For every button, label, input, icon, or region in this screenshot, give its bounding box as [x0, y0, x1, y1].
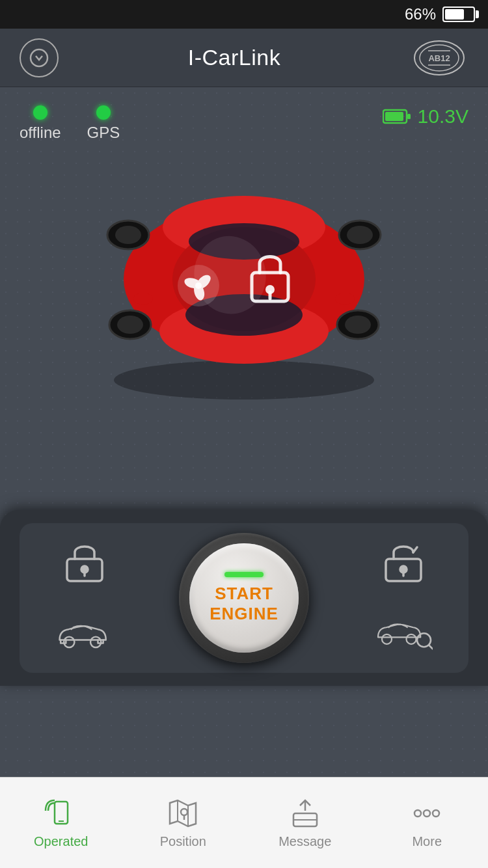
- three-dots-icon: [410, 796, 444, 830]
- svg-point-23: [347, 226, 373, 244]
- svg-point-25: [335, 293, 355, 305]
- start-engine-label: STARTENGINE: [210, 584, 278, 624]
- control-panel: STARTENGINE: [0, 510, 488, 686]
- gps-label: GPS: [87, 124, 120, 142]
- tab-position-label: Position: [160, 834, 206, 849]
- battery-voltage-icon: [383, 108, 411, 125]
- svg-point-28: [195, 282, 202, 289]
- status-row: offline GPS 10.3V: [0, 87, 488, 142]
- main-content: offline GPS 10.3V: [0, 87, 488, 777]
- find-car-icon: [374, 613, 433, 658]
- battery-icon: [442, 7, 475, 22]
- map-pin-icon: [166, 796, 200, 830]
- car-close-icon: [55, 613, 114, 658]
- voltage-display: 10.3V: [383, 105, 468, 128]
- svg-point-19: [345, 316, 371, 334]
- offline-label: offline: [20, 124, 61, 142]
- position-icon: [166, 796, 200, 830]
- tab-message[interactable]: Message: [253, 796, 357, 849]
- upload-box-icon: [288, 796, 322, 830]
- start-engine-inner: STARTENGINE: [189, 543, 299, 653]
- lock-icon: [55, 538, 114, 584]
- svg-text:AB12: AB12: [428, 53, 450, 63]
- lock-button[interactable]: [33, 523, 137, 598]
- svg-point-17: [117, 316, 143, 334]
- unlock-icon: [374, 538, 433, 584]
- phone-signal-icon: [44, 796, 78, 830]
- start-engine-container: STARTENGINE: [137, 523, 351, 673]
- svg-point-54: [424, 810, 430, 817]
- gps-indicator: GPS: [87, 105, 120, 142]
- voltage-value: 10.3V: [418, 105, 468, 128]
- tab-operated-label: Operated: [34, 834, 88, 849]
- svg-point-55: [433, 810, 439, 817]
- svg-point-9: [114, 360, 374, 400]
- app-title: I-CarLink: [188, 45, 280, 70]
- battery-percentage: 66%: [405, 5, 436, 23]
- find-car-button[interactable]: [351, 598, 455, 673]
- car-illustration: [75, 159, 413, 406]
- svg-point-0: [31, 49, 47, 66]
- offline-indicator: offline: [20, 105, 61, 142]
- engine-status-indicator: [224, 572, 264, 577]
- header: I-CarLink AB12: [0, 29, 488, 87]
- gps-dot: [96, 105, 111, 120]
- battery-fill: [445, 9, 464, 20]
- start-engine-button[interactable]: STARTENGINE: [179, 533, 309, 663]
- svg-rect-45: [55, 802, 68, 824]
- status-bar: 66%: [0, 0, 488, 29]
- more-icon: [410, 796, 444, 830]
- svg-rect-8: [385, 112, 403, 121]
- svg-rect-7: [407, 114, 411, 119]
- svg-line-38: [413, 547, 417, 552]
- controls-grid: STARTENGINE: [33, 523, 455, 673]
- chevron-down-icon: [29, 48, 49, 68]
- tab-message-label: Message: [278, 834, 331, 849]
- svg-line-44: [429, 645, 433, 649]
- car-svg: [75, 159, 413, 406]
- tab-operated[interactable]: Operated: [9, 796, 113, 849]
- car-plate-icon: AB12: [410, 38, 468, 78]
- message-icon: [288, 796, 322, 830]
- tab-position[interactable]: Position: [131, 796, 235, 849]
- svg-point-40: [90, 636, 101, 647]
- svg-point-21: [115, 226, 141, 244]
- back-button[interactable]: [20, 38, 59, 77]
- offline-dot: [33, 105, 47, 120]
- svg-point-24: [133, 293, 153, 305]
- svg-point-42: [407, 634, 416, 644]
- tab-more[interactable]: More: [375, 796, 479, 849]
- tab-more-label: More: [412, 834, 442, 849]
- svg-point-49: [181, 809, 187, 815]
- car-plate-button[interactable]: AB12: [410, 38, 468, 78]
- tab-bar: Operated Position: [0, 777, 488, 868]
- svg-point-41: [382, 634, 392, 644]
- control-panel-inner: STARTENGINE: [20, 523, 468, 673]
- unlock-button[interactable]: [351, 523, 455, 598]
- close-car-button[interactable]: [33, 598, 137, 673]
- operated-icon: [44, 796, 78, 830]
- status-indicators: offline GPS: [20, 105, 120, 142]
- svg-point-53: [414, 810, 421, 817]
